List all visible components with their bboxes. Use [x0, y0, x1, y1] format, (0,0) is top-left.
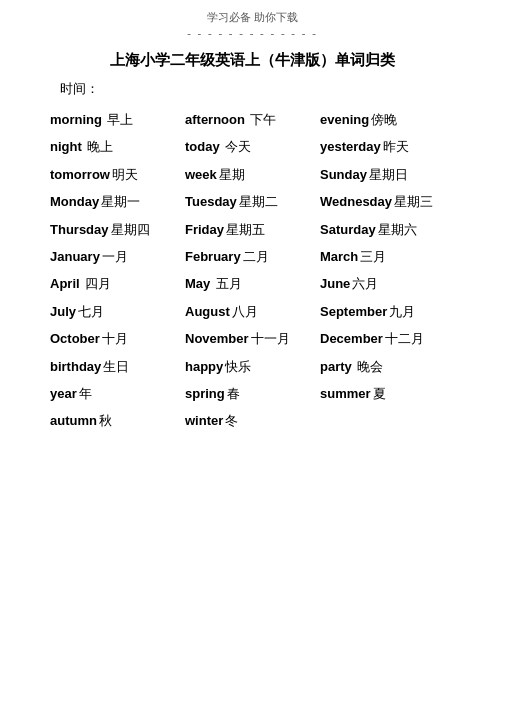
vocab-row: morning 早上afternoon 下午evening傍晚 — [50, 108, 455, 131]
vocab-chinese: 春 — [227, 386, 240, 401]
vocab-english: afternoon — [185, 112, 245, 127]
vocab-chinese: 一月 — [102, 249, 128, 264]
vocab-chinese: 星期五 — [226, 222, 265, 237]
vocab-chinese: 生日 — [103, 359, 129, 374]
vocab-english: December — [320, 331, 383, 346]
vocab-cell: December十二月 — [320, 327, 455, 350]
vocab-row: year年spring春summer夏 — [50, 382, 455, 405]
vocab-cell: yesterday昨天 — [320, 135, 455, 158]
vocab-english: summer — [320, 386, 371, 401]
vocab-cell: May 五月 — [185, 272, 320, 295]
vocab-english: Sunday — [320, 167, 367, 182]
vocab-cell: afternoon 下午 — [185, 108, 320, 131]
vocab-english: February — [185, 249, 241, 264]
vocab-chinese: 今天 — [222, 139, 251, 154]
vocab-cell: autumn秋 — [50, 409, 185, 432]
vocab-english: Wednesday — [320, 194, 392, 209]
vocab-english: January — [50, 249, 100, 264]
vocab-chinese: 五月 — [212, 276, 241, 291]
vocab-row: October十月November十一月December十二月 — [50, 327, 455, 350]
vocab-row: January一月February二月March三月 — [50, 245, 455, 268]
vocab-chinese: 星期六 — [378, 222, 417, 237]
vocab-chinese: 傍晚 — [371, 112, 397, 127]
vocab-row: birthday生日happy快乐party 晚会 — [50, 355, 455, 378]
vocab-cell: June六月 — [320, 272, 455, 295]
vocab-row: April 四月May 五月June六月 — [50, 272, 455, 295]
vocab-cell: night 晚上 — [50, 135, 185, 158]
vocab-english: August — [185, 304, 230, 319]
vocab-cell: January一月 — [50, 245, 185, 268]
vocab-english: September — [320, 304, 387, 319]
vocab-chinese: 早上 — [104, 112, 133, 127]
vocab-cell: Monday星期一 — [50, 190, 185, 213]
vocab-english: Thursday — [50, 222, 109, 237]
vocab-chinese: 星期日 — [369, 167, 408, 182]
vocab-chinese: 下午 — [247, 112, 276, 127]
vocab-cell: spring春 — [185, 382, 320, 405]
vocab-cell: April 四月 — [50, 272, 185, 295]
vocab-chinese: 冬 — [225, 413, 238, 428]
vocab-cell: today 今天 — [185, 135, 320, 158]
vocab-chinese: 明天 — [112, 167, 138, 182]
vocab-cell: happy快乐 — [185, 355, 320, 378]
vocab-chinese: 四月 — [82, 276, 111, 291]
vocab-chinese: 六月 — [352, 276, 378, 291]
time-label: 时间： — [60, 80, 505, 98]
vocab-chinese: 晚会 — [354, 359, 383, 374]
vocab-chinese: 夏 — [373, 386, 386, 401]
vocab-chinese: 二月 — [243, 249, 269, 264]
vocab-cell: Thursday星期四 — [50, 218, 185, 241]
vocab-cell: winter冬 — [185, 409, 320, 432]
vocab-english: Monday — [50, 194, 99, 209]
vocab-english: party — [320, 359, 352, 374]
vocab-cell: March三月 — [320, 245, 455, 268]
vocab-chinese: 十一月 — [251, 331, 290, 346]
vocab-cell: Saturday星期六 — [320, 218, 455, 241]
vocab-row: Thursday星期四Friday星期五Saturday星期六 — [50, 218, 455, 241]
vocab-cell: November十一月 — [185, 327, 320, 350]
vocab-english: April — [50, 276, 80, 291]
vocab-cell: August八月 — [185, 300, 320, 323]
vocab-cell: July七月 — [50, 300, 185, 323]
vocab-english: birthday — [50, 359, 101, 374]
vocab-cell: October十月 — [50, 327, 185, 350]
vocab-english: morning — [50, 112, 102, 127]
vocab-english: winter — [185, 413, 223, 428]
page-title: 上海小学二年级英语上（牛津版）单词归类 — [0, 51, 505, 70]
vocab-english: March — [320, 249, 358, 264]
vocab-english: tomorrow — [50, 167, 110, 182]
vocab-chinese: 星期二 — [239, 194, 278, 209]
vocab-cell: Tuesday星期二 — [185, 190, 320, 213]
vocab-chinese: 晚上 — [84, 139, 113, 154]
vocab-english: May — [185, 276, 210, 291]
vocab-table: morning 早上afternoon 下午evening傍晚night 晚上t… — [0, 108, 505, 433]
vocab-english: Friday — [185, 222, 224, 237]
vocab-cell: Sunday星期日 — [320, 163, 455, 186]
vocab-chinese: 星期一 — [101, 194, 140, 209]
vocab-cell: September九月 — [320, 300, 455, 323]
vocab-english: night — [50, 139, 82, 154]
vocab-english: June — [320, 276, 350, 291]
vocab-row: Monday星期一Tuesday星期二Wednesday星期三 — [50, 190, 455, 213]
vocab-row: tomorrow明天week星期Sunday星期日 — [50, 163, 455, 186]
vocab-cell: year年 — [50, 382, 185, 405]
vocab-chinese: 八月 — [232, 304, 258, 319]
vocab-english: Saturday — [320, 222, 376, 237]
vocab-cell: Friday星期五 — [185, 218, 320, 241]
vocab-chinese: 九月 — [389, 304, 415, 319]
vocab-row: autumn秋winter冬 — [50, 409, 455, 432]
vocab-cell: tomorrow明天 — [50, 163, 185, 186]
top-bar-text: 学习必备 助你下载 — [0, 10, 505, 25]
vocab-english: yesterday — [320, 139, 381, 154]
vocab-english: year — [50, 386, 77, 401]
vocab-chinese: 十月 — [102, 331, 128, 346]
vocab-cell: morning 早上 — [50, 108, 185, 131]
vocab-chinese: 昨天 — [383, 139, 409, 154]
vocab-cell: birthday生日 — [50, 355, 185, 378]
vocab-chinese: 星期三 — [394, 194, 433, 209]
vocab-chinese: 三月 — [360, 249, 386, 264]
vocab-english: spring — [185, 386, 225, 401]
vocab-chinese: 星期四 — [111, 222, 150, 237]
vocab-english: today — [185, 139, 220, 154]
vocab-chinese: 快乐 — [225, 359, 251, 374]
